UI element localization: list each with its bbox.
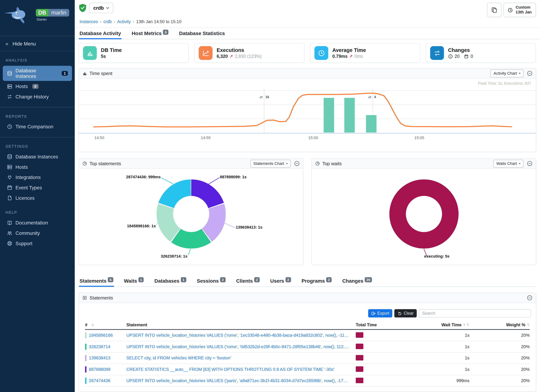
waits-donut-chart[interactable]: executing: 5s: [312, 169, 536, 265]
panel-title: Top statements: [90, 161, 121, 166]
tab-count-badge: 2: [326, 277, 332, 282]
hide-menu-button[interactable]: « Hide Menu: [0, 36, 75, 51]
table-body: 1845898166UPSERT INTO vehicle_location_h…: [85, 330, 530, 387]
wait-time-cell: 1s: [425, 367, 470, 372]
waits-donut[interactable]: [389, 179, 459, 249]
metric-value-row: 200: [448, 54, 473, 59]
statement-id-cell: 287474436: [85, 378, 126, 384]
statement-id-link[interactable]: 139638413: [89, 356, 110, 361]
sidebar-item-change-history[interactable]: Change History: [3, 92, 72, 102]
statement-id-link[interactable]: 887898099: [89, 367, 110, 372]
tab-programs[interactable]: Programs2: [301, 275, 332, 286]
tab-database-statistics[interactable]: Database Statistics: [178, 28, 225, 39]
brand-logo[interactable]: DB marlin Starter: [0, 0, 75, 28]
sidebar-item-hosts[interactable]: Hosts0: [3, 82, 72, 91]
metric-card-average-time[interactable]: Average Time0.79ms↗0ms: [310, 43, 420, 63]
collapse-panel-icon[interactable]: [294, 161, 300, 166]
breadcrumb-instances[interactable]: Instances: [80, 19, 98, 24]
sidebar-item-support[interactable]: Support: [3, 238, 72, 248]
x-tick-label: 14:50: [94, 135, 104, 140]
statement-id-link[interactable]: 287474436: [89, 378, 110, 383]
tab-users[interactable]: Users2: [270, 275, 291, 286]
executions-bar: [324, 98, 334, 133]
search-input[interactable]: [419, 309, 531, 317]
metric-card-changes[interactable]: Changes200: [425, 43, 536, 63]
metric-card-executions[interactable]: Executions6,320↗2,830 (123%): [194, 43, 305, 63]
sidebar-item-documentation[interactable]: Documentation: [3, 218, 72, 228]
time-range-button[interactable]: Custom 13th Jan: [504, 3, 536, 17]
column-header-[interactable]: #⇅: [85, 323, 126, 327]
tab-changes[interactable]: Changes20: [342, 275, 373, 286]
statements-donut-chart[interactable]: 887898099: 1s139638413: 1s326238714: 1s1…: [79, 169, 303, 265]
statement-id-link[interactable]: 326238714: [89, 344, 110, 349]
statement-link[interactable]: UPSERT INTO vehicle_location_histories V…: [126, 333, 356, 338]
breadcrumb-activity[interactable]: Activity: [117, 19, 131, 24]
statement-link[interactable]: UPSERT INTO vehicle_location_histories V…: [126, 378, 356, 383]
total-time-cell: [356, 355, 425, 361]
statement-cell: UPSERT INTO vehicle_location_histories V…: [126, 333, 356, 338]
metric-value: 6,320: [217, 54, 228, 59]
tab-databases[interactable]: Databases1: [154, 275, 187, 286]
sidebar-item-database-instances[interactable]: Database Instances1: [3, 66, 72, 81]
export-button[interactable]: Export: [368, 309, 392, 317]
double-chevron-left-icon: «: [5, 41, 8, 47]
nav-section-reports: REPORTSTime Comparison: [0, 107, 75, 137]
tab-label: Programs: [301, 278, 325, 284]
statement-id-cell: 1845898166: [85, 332, 126, 338]
sidebar-item-database-instances[interactable]: Database Instances: [3, 152, 72, 161]
copy-button[interactable]: [487, 3, 501, 17]
instance-dropdown[interactable]: crdb: [89, 3, 113, 13]
tab-host-metrics[interactable]: Host Metrics0: [131, 28, 169, 39]
clock-icon: [314, 46, 328, 60]
statements-donut[interactable]: [156, 179, 226, 249]
tab-database-activity[interactable]: Database Activity: [79, 28, 122, 39]
statements-chart-select[interactable]: Statements Chart▾: [250, 160, 290, 168]
total-time-cell: [356, 377, 425, 384]
metric-delta: 0ms: [355, 54, 363, 59]
main-content: crdb: [75, 0, 540, 392]
statement-color-bar: [85, 366, 86, 373]
sidebar-item-label: Time Comparison: [15, 124, 54, 129]
metric-card-db-time[interactable]: DB Time5s: [79, 43, 189, 63]
tab-label: Users: [270, 278, 284, 284]
event-icon: [7, 185, 12, 190]
activity-chart-select[interactable]: Activity Chart▾: [490, 69, 524, 77]
tab-clients[interactable]: Clients2: [235, 275, 260, 286]
marlin-fish-icon: [2, 4, 35, 25]
metric-title: DB Time: [101, 47, 122, 53]
sidebar-item-time-comparison[interactable]: Time Comparison: [3, 122, 72, 132]
sidebar-item-integrations[interactable]: Integrations: [3, 173, 72, 182]
tab-statements[interactable]: Statements5: [79, 275, 114, 286]
sidebar-item-label: Documentation: [15, 220, 48, 226]
tab-sessions[interactable]: Sessions2: [196, 275, 226, 286]
clear-button[interactable]: Clear: [395, 309, 417, 317]
sidebar-item-event-types[interactable]: Event Types: [3, 183, 72, 192]
tab-count-badge: 2: [285, 277, 291, 282]
time-spent-chart[interactable]: Peak Time: 2s, Executions: 837 ⇄16⇄414:5…: [79, 79, 536, 152]
waits-chart-select[interactable]: Waits Chart▾: [493, 160, 524, 168]
donut-label-connector: [161, 178, 173, 184]
tab-waits[interactable]: Waits1: [123, 275, 145, 286]
collapse-panel-icon[interactable]: [527, 161, 532, 166]
collapse-panel-icon[interactable]: [527, 70, 532, 76]
sidebar-item-community[interactable]: Community: [3, 228, 72, 238]
sidebar-item-licences[interactable]: Licences: [3, 193, 72, 203]
column-label: #: [85, 323, 87, 327]
statement-link[interactable]: UPSERT INTO vehicle_location_histories V…: [126, 344, 356, 349]
collapse-panel-icon[interactable]: [527, 295, 532, 301]
sidebar-item-label: Database Instances: [15, 68, 57, 79]
statement-link[interactable]: SELECT city, id FROM vehicles WHERE city…: [126, 356, 356, 361]
column-header-wait-time[interactable]: Wait Time↑⇅: [425, 323, 470, 327]
column-header-weight[interactable]: Weight %⇅: [470, 323, 530, 327]
breadcrumb-crdb[interactable]: crdb: [103, 19, 112, 24]
statement-link[interactable]: CREATE STATISTICS __auto__ FROM [63] WIT…: [126, 367, 356, 372]
breadcrumb-13th-jan-14-50-to-15-10: 13th Jan 14:50 to 15:10: [136, 19, 182, 24]
statement-id-link[interactable]: 1845898166: [89, 333, 113, 338]
sidebar-item-label: Community: [15, 230, 40, 236]
people-icon: [7, 230, 12, 236]
sidebar-item-hosts[interactable]: Hosts: [3, 162, 72, 172]
change-annotation-count: 16: [265, 95, 269, 99]
statement-cell: SELECT city, id FROM vehicles WHERE city…: [126, 356, 356, 361]
x-tick-label: 15:00: [308, 135, 318, 140]
donut-label-connector: [224, 223, 235, 228]
